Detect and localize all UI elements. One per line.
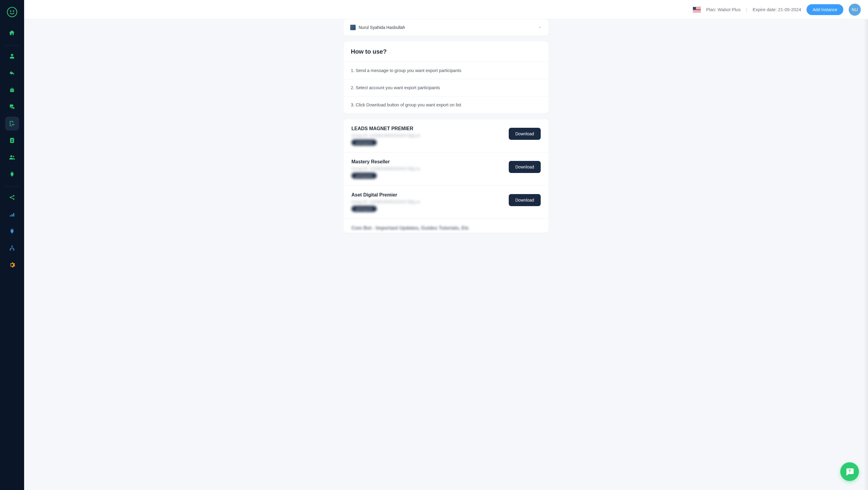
nav-share[interactable]	[5, 190, 19, 204]
account-selector-card: Nurul Syahida Hasbullah	[344, 19, 549, 36]
nav-contacts[interactable]	[5, 133, 19, 147]
chevron-down-icon	[538, 25, 542, 30]
download-button[interactable]: Download	[509, 128, 541, 140]
group-id: Group ID: 120363180453324417@g.us	[351, 200, 503, 204]
svg-rect-20	[13, 249, 14, 251]
help-fab[interactable]: ?	[840, 462, 859, 481]
group-row: LEADS MAGNET PREMIER Group ID: 120363180…	[344, 119, 549, 152]
nav-plug[interactable]	[5, 167, 19, 181]
svg-point-11	[13, 156, 14, 157]
howto-step: 3. Click Download button of group you wa…	[344, 96, 549, 113]
content: Nurul Syahida Hasbullah How to use? 1. S…	[24, 19, 868, 490]
nav-home[interactable]	[5, 26, 19, 40]
howto-step: 1. Send a message to group you want expo…	[344, 62, 549, 79]
svg-rect-18	[11, 246, 13, 247]
plan-label: Plan: Wabot Plus	[706, 7, 741, 12]
svg-point-3	[11, 54, 13, 56]
svg-rect-4	[10, 89, 14, 92]
nav-bot[interactable]	[5, 83, 19, 97]
svg-rect-16	[11, 214, 13, 216]
group-row: Mastery Reseller Group ID: 1203631804533…	[344, 152, 549, 186]
nav-chat[interactable]	[5, 100, 19, 114]
group-name: Aset Digital Premier	[351, 192, 503, 198]
header: Plan: Wabot Plus | Expire date: 21-05-20…	[24, 0, 868, 19]
howto-title: How to use?	[344, 41, 549, 62]
groups-list: LEADS MAGNET PREMIER Group ID: 120363180…	[344, 119, 549, 233]
scrollbar[interactable]	[864, 19, 868, 490]
main-area: Plan: Wabot Plus | Expire date: 21-05-20…	[24, 0, 868, 490]
nav-sitemap[interactable]	[5, 241, 19, 255]
nav-user[interactable]	[5, 49, 19, 63]
help-chat-icon: ?	[845, 467, 855, 477]
account-selector[interactable]: Nurul Syahida Hasbullah	[344, 19, 549, 36]
group-name: Com Bot - Important Updates, Guides Tuto…	[351, 225, 541, 231]
group-row-partial: Com Bot - Important Updates, Guides Tuto…	[344, 219, 549, 231]
howto-step: 2. Select account you want export partic…	[344, 79, 549, 96]
svg-point-5	[11, 90, 12, 91]
svg-rect-17	[13, 213, 14, 216]
nav-divider	[5, 45, 19, 45]
svg-rect-19	[10, 249, 11, 251]
sidebar	[0, 0, 24, 490]
nav-dashboard[interactable]	[5, 207, 19, 221]
group-name: Mastery Reseller	[351, 159, 503, 164]
svg-point-9	[11, 139, 13, 141]
svg-point-2	[13, 10, 14, 12]
nav-users[interactable]	[5, 150, 19, 164]
svg-point-6	[12, 90, 13, 91]
group-badge: participants	[351, 140, 377, 146]
nav-export[interactable]	[5, 117, 19, 130]
account-thumb	[350, 25, 355, 30]
app-logo	[5, 5, 19, 19]
svg-rect-7	[12, 88, 12, 89]
nav-reply[interactable]	[5, 66, 19, 80]
group-id: Group ID: 120363180453324417@g.us	[351, 166, 503, 171]
avatar[interactable]: NU	[849, 4, 861, 16]
add-instance-button[interactable]: Add Instance	[807, 4, 843, 15]
flag-icon[interactable]	[693, 7, 701, 12]
expire-label: Expire date: 21-05-2024	[752, 7, 801, 12]
header-separator: |	[746, 7, 747, 12]
group-name: LEADS MAGNET PREMIER	[351, 126, 503, 131]
group-badge: participants	[351, 206, 377, 212]
nav-settings[interactable]	[5, 258, 19, 272]
svg-point-0	[7, 7, 17, 17]
svg-point-1	[10, 10, 11, 12]
download-button[interactable]: Download	[509, 161, 541, 173]
group-row: Aset Digital Premier Group ID: 120363180…	[344, 186, 549, 219]
account-name: Nurul Syahida Hasbullah	[359, 25, 405, 30]
howto-card: How to use? 1. Send a message to group y…	[344, 41, 549, 113]
nav-power[interactable]	[5, 224, 19, 238]
svg-rect-15	[10, 215, 11, 217]
svg-point-10	[10, 155, 12, 157]
group-badge: participants	[351, 173, 377, 179]
svg-text:?: ?	[848, 469, 851, 473]
group-id: Group ID: 120363180453324417@g.us	[351, 133, 503, 138]
download-button[interactable]: Download	[509, 194, 541, 206]
